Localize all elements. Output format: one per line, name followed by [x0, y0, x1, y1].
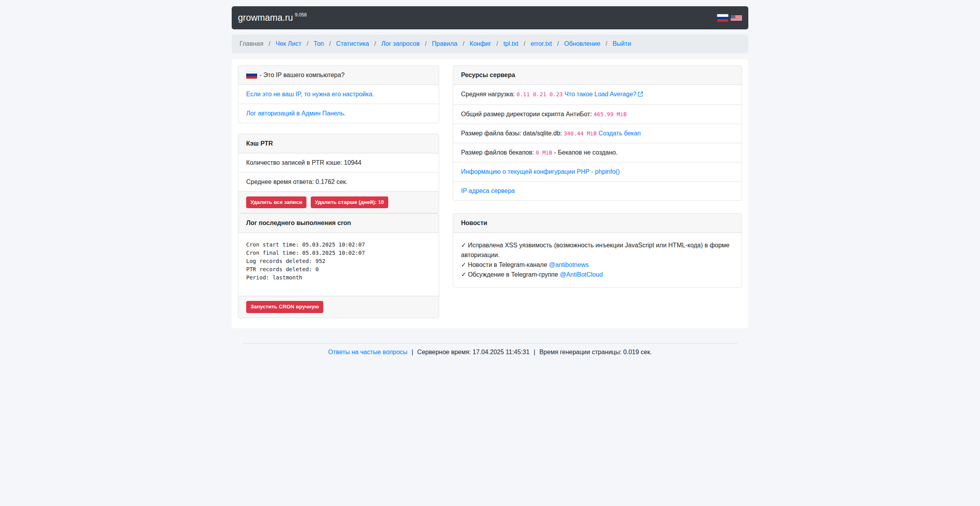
navbar: growmama.ru9.058: [232, 6, 748, 29]
content-panel: - Это IP вашего компьютера? Если это не …: [232, 59, 748, 328]
breadcrumb: Главная / Чек Лист / Топ / Статистика / …: [232, 34, 748, 53]
ptr-card-footer: Удалить все записи Удалить старше (дней)…: [238, 191, 439, 213]
ip-setup-link[interactable]: Если это не ваш IP, то нужна его настрой…: [246, 91, 374, 97]
news-card-body: ✓Исправлена XSS уязвимость (возможность …: [453, 233, 742, 287]
breadcrumb-item-error-txt[interactable]: error.txt: [531, 40, 552, 47]
cron-card-footer: Запустить CRON вручную: [238, 296, 439, 317]
right-column-row2: Новости ✓Исправлена XSS уязвимость (возм…: [453, 213, 742, 318]
breadcrumb-item-tpl-txt[interactable]: tpl.txt: [503, 40, 518, 47]
phpinfo-link[interactable]: Информацию о текущей конфигурации PHP - …: [461, 168, 620, 175]
cron-card-header: Лог последнего выполнения cron: [238, 214, 439, 233]
brand: growmama.ru9.058: [238, 13, 307, 22]
list-item: Лог авторизаций в Админ Панель.: [238, 104, 439, 123]
delete-older-days-button[interactable]: Удалить старше (дней): 10: [311, 196, 388, 208]
breadcrumb-item-log-zaprosov[interactable]: Лог запросов: [381, 40, 420, 47]
backup-size-value: 0 MiB: [536, 149, 552, 156]
backup-size-note: - Бекапов не создано.: [554, 149, 618, 156]
breadcrumb-item-chek-list[interactable]: Чек Лист: [276, 40, 301, 47]
ptr-card-title: Кэш PTR: [246, 140, 273, 147]
news-item-text: Новости в Telegram-канале: [468, 261, 547, 268]
breadcrumb-separator: /: [605, 40, 607, 47]
load-average-help-label: Что такое Load Average?: [564, 91, 636, 97]
script-dir-size-value: 465.99 MiB: [594, 111, 627, 117]
breadcrumb-separator: /: [557, 40, 559, 47]
phpinfo-row: Информацию о текущей конфигурации PHP - …: [453, 162, 742, 181]
content-row-2: Лог последнего выполнения cron Cron star…: [238, 213, 742, 318]
external-link-icon: [638, 90, 643, 100]
ptr-avg-response: Среднее время ответа: 0.1762 сек.: [238, 172, 439, 191]
ip-card-header: - Это IP вашего компьютера?: [238, 66, 439, 85]
backup-size-row: Размер файлов бекапов: 0 MiB - Бекапов н…: [453, 143, 742, 162]
load-average-help-link[interactable]: Что такое Load Average?: [564, 91, 643, 97]
db-size-value: 340.44 MiB: [564, 130, 596, 137]
db-size-row: Размер файла базы: data/sqlite.db: 340.4…: [453, 124, 742, 143]
auth-log-link[interactable]: Лог авторизаций в Админ Панель.: [246, 110, 346, 117]
news-card-header: Новости: [453, 214, 742, 233]
news-item-text: Обсуждение в Telegram-группе: [468, 271, 558, 278]
main-container: growmama.ru9.058: [232, 6, 748, 356]
cron-log-output: Cron start time: 05.03.2025 10:02:07 Cro…: [246, 241, 431, 282]
server-resources-card: Ресурсы сервера Средняя нагрузка: 0.11 0…: [453, 65, 742, 201]
run-cron-button[interactable]: Запустить CRON вручную: [246, 301, 323, 313]
telegram-news-link[interactable]: @antibotnews: [549, 261, 589, 268]
server-ip-row: IP адреса сервера: [453, 181, 742, 200]
news-item: ✓Новости в Telegram-канале @antibotnews: [461, 260, 734, 270]
load-average-label: Средняя нагрузка:: [461, 91, 515, 97]
faq-link[interactable]: Ответы на частые вопросы: [328, 349, 408, 355]
footer-separator: |: [534, 349, 535, 355]
left-column: - Это IP вашего компьютера? Если это не …: [238, 65, 439, 213]
breadcrumb-separator: /: [425, 40, 427, 47]
backup-size-label: Размер файлов бекапов:: [461, 149, 534, 156]
ptr-records-count: Количество записей в PTR кэше: 10944: [238, 153, 439, 172]
cron-card-body: Cron start time: 05.03.2025 10:02:07 Cro…: [238, 233, 439, 296]
create-backup-link[interactable]: Создать бекап: [598, 130, 641, 137]
load-average-value: 0.11 0.21 0.23: [517, 91, 563, 97]
ip-card: - Это IP вашего компьютера? Если это не …: [238, 65, 439, 123]
script-dir-size-label: Общий размер директории скрипта АнтиБот:: [461, 111, 592, 117]
cron-log-card: Лог последнего выполнения cron Cron star…: [238, 213, 439, 318]
server-ip-link[interactable]: IP адреса сервера: [461, 187, 515, 194]
breadcrumb-item-statistika[interactable]: Статистика: [336, 40, 369, 47]
check-icon: ✓: [461, 261, 466, 268]
news-card-title: Новости: [461, 220, 487, 226]
breadcrumb-separator: /: [463, 40, 464, 47]
breadcrumb-item-obnovlenie[interactable]: Обновление: [564, 40, 600, 47]
footer-separator: |: [412, 349, 413, 355]
cron-card-title: Лог последнего выполнения cron: [246, 220, 351, 226]
russian-flag-icon[interactable]: [717, 14, 728, 22]
footer: Ответы на частые вопросы | Серверное вре…: [232, 349, 748, 356]
left-column-row2: Лог последнего выполнения cron Cron star…: [238, 213, 439, 318]
telegram-group-link[interactable]: @AntiBotCloud: [560, 271, 603, 278]
breadcrumb-separator: /: [268, 40, 270, 47]
breadcrumb-item-glavnaya: Главная: [240, 40, 263, 47]
content-row-1: - Это IP вашего компьютера? Если это не …: [238, 65, 742, 213]
footer-divider-line: [243, 343, 737, 344]
breadcrumb-item-konfig[interactable]: Конфиг: [470, 40, 491, 47]
news-card: Новости ✓Исправлена XSS уязвимость (возм…: [453, 213, 742, 288]
breadcrumb-separator: /: [329, 40, 331, 47]
breadcrumb-item-vyiti[interactable]: Выйти: [612, 40, 631, 47]
news-item: ✓Обсуждение в Telegram-группе @AntiBotCl…: [461, 270, 734, 280]
usa-flag-icon[interactable]: [731, 14, 742, 22]
resources-card-header: Ресурсы сервера: [453, 66, 742, 85]
check-icon: ✓: [461, 271, 466, 278]
check-icon: ✓: [461, 242, 466, 248]
breadcrumb-separator: /: [496, 40, 498, 47]
resources-card-title: Ресурсы сервера: [461, 72, 515, 78]
delete-all-records-button[interactable]: Удалить все записи: [246, 196, 306, 208]
list-item: Если это не ваш IP, то нужна его настрой…: [238, 85, 439, 104]
breadcrumb-item-pravila[interactable]: Правила: [432, 40, 458, 47]
language-switcher: [717, 14, 742, 22]
right-column: Ресурсы сервера Средняя нагрузка: 0.11 0…: [453, 65, 742, 213]
news-item: ✓Исправлена XSS уязвимость (возможность …: [461, 241, 734, 260]
news-item-text: Исправлена XSS уязвимость (возможность и…: [461, 242, 730, 258]
version-badge: 9.058: [295, 12, 307, 18]
load-average-row: Средняя нагрузка: 0.11 0.21 0.23 Что так…: [453, 85, 742, 104]
brand-name: growmama.ru: [238, 13, 293, 23]
ptr-card-header: Кэш PTR: [238, 134, 439, 153]
script-dir-size-row: Общий размер директории скрипта АнтиБот:…: [453, 104, 742, 124]
breadcrumb-separator: /: [374, 40, 376, 47]
ptr-cache-card: Кэш PTR Количество записей в PTR кэше: 1…: [238, 134, 439, 213]
breadcrumb-item-top[interactable]: Топ: [313, 40, 324, 47]
db-size-label: Размер файла базы: data/sqlite.db:: [461, 130, 562, 137]
